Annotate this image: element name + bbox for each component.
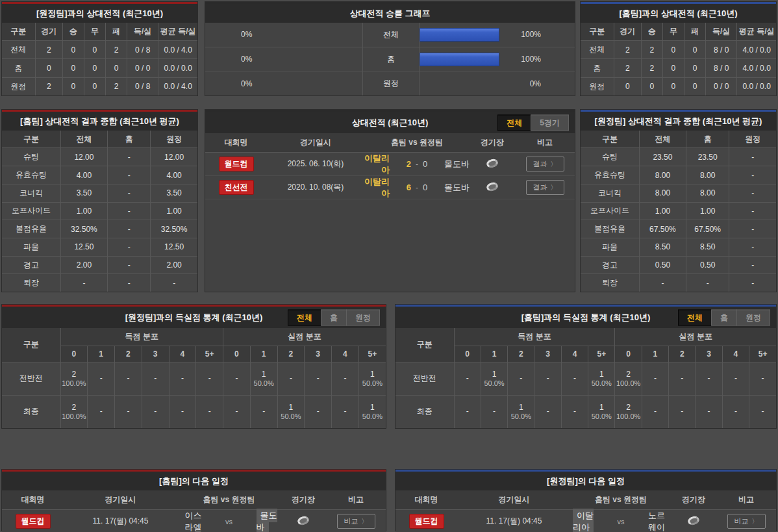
cell: 150.0% xyxy=(481,362,507,395)
row-label: 코너킥 xyxy=(2,184,60,202)
winrate-row: 0% 전체 100% xyxy=(205,23,575,47)
cell: 2.00 xyxy=(60,256,107,274)
scored-group-header: 득점 분포 xyxy=(454,328,615,346)
cell: 0 xyxy=(684,41,706,59)
column-header: 전체 xyxy=(60,131,107,148)
cell: 1.00 xyxy=(60,202,107,220)
row-label: 전반전 xyxy=(2,362,60,395)
home-score: 6 xyxy=(407,183,411,192)
bin-header: 3 xyxy=(534,346,561,362)
empty-area xyxy=(205,199,575,292)
away-result-summary-panel: [원정팀] 상대전적 결과 종합 (최근10년 평균) 구분 전체 홈 원정 슈… xyxy=(580,109,777,292)
bin-header: 2 xyxy=(115,346,142,362)
cell: 0 xyxy=(662,41,684,59)
tab-all[interactable]: 전체 xyxy=(288,309,321,325)
cell: 4.0 / 0.0 xyxy=(737,41,776,59)
cell: - xyxy=(729,256,776,274)
cell: 4.00 xyxy=(151,166,197,184)
match-row: 월드컵 2025. 06. 10(화) 이탈리아 2-0 몰도바 결과〉 xyxy=(205,153,575,176)
table-row: 코너킥 8.00 8.00 - xyxy=(581,184,776,202)
cell: 4.00 xyxy=(60,166,107,184)
tab-away[interactable]: 원정 xyxy=(736,309,770,325)
cell: - xyxy=(108,166,151,184)
compare-button[interactable]: 비교〉 xyxy=(337,514,375,529)
table-row: 유효슈팅 4.00 - 4.00 xyxy=(2,166,197,184)
tab-last5[interactable]: 5경기 xyxy=(531,114,569,131)
match-date: 11. 17(월) 04:45 xyxy=(457,516,571,527)
match-row: 친선전 2020. 10. 08(목) 이탈리아 6-0 몰도바 결과〉 xyxy=(205,176,575,199)
stadium-icon[interactable] xyxy=(686,514,700,526)
cell: - xyxy=(196,395,223,428)
chevron-right-icon: 〉 xyxy=(551,160,557,168)
column-header: 경기 xyxy=(35,23,62,41)
row-label: 파울 xyxy=(2,238,60,257)
tab-away[interactable]: 원정 xyxy=(346,309,380,325)
row-label: 최종 xyxy=(2,395,60,428)
compare-button[interactable]: 비교〉 xyxy=(727,514,766,529)
tab-home[interactable]: 홈 xyxy=(711,309,737,325)
column-header: 승 xyxy=(641,23,662,41)
cell: 8.00 xyxy=(639,184,686,202)
h2h-away-table: 구분 경기 승 무 패 득/실 평균 득/실 전체 2 0 0 2 xyxy=(2,23,197,95)
cell: 150.0% xyxy=(358,362,386,395)
away-team-name: 노르웨이 xyxy=(648,511,665,532)
panel-title: [원정팀] 상대전적 결과 종합 (최근10년 평균) xyxy=(581,112,776,131)
match-date: 2025. 06. 10(화) xyxy=(267,158,364,170)
result-button[interactable]: 결과〉 xyxy=(526,180,564,195)
result-button[interactable]: 결과〉 xyxy=(526,157,564,171)
cell: - xyxy=(108,202,151,220)
bin-header: 0 xyxy=(60,346,88,362)
away-team-name: 몰도바 xyxy=(257,509,277,532)
cell: 67.50% xyxy=(639,220,686,238)
cell: 32.50% xyxy=(151,220,197,238)
goal-distribution-table: 구분 득점 분포 실점 분포 0 1 2 3 4 5+ 0 1 2 xyxy=(2,328,386,428)
column-header: 경기일시 xyxy=(457,494,571,505)
row-label: 볼점유율 xyxy=(581,220,639,238)
cell: - xyxy=(332,395,359,428)
conceded-group-header: 실점 분포 xyxy=(223,328,386,346)
cell: 150.0% xyxy=(588,362,615,395)
match-list-header: 대회명 경기일시 홈팀 vs 원정팀 경기장 비고 xyxy=(205,133,575,153)
cell: 2 xyxy=(106,41,127,59)
stadium-icon[interactable] xyxy=(296,514,310,526)
cell: 3.50 xyxy=(60,184,107,202)
match-date: 11. 17(월) 04:45 xyxy=(64,516,177,527)
tab-all[interactable]: 전체 xyxy=(678,309,712,325)
tab-home[interactable]: 홈 xyxy=(321,309,347,325)
row-label: 오프사이드 xyxy=(2,202,60,220)
column-header: 경기 xyxy=(614,23,641,41)
table-row: 전체 2 0 0 2 0 / 8 0.0 / 4.0 xyxy=(2,41,197,59)
stadium-icon[interactable] xyxy=(485,181,499,192)
schedule-list: 대회명 경기일시 홈팀 vs 원정팀 경기장 비고 월드컵 11. 17(월) … xyxy=(395,490,776,532)
cell: 2 xyxy=(641,59,662,77)
cell: - xyxy=(508,362,534,395)
cell: - xyxy=(561,362,588,395)
bin-header: 0 xyxy=(223,346,251,362)
cell: - xyxy=(561,395,588,428)
bin-header: 3 xyxy=(696,346,722,362)
column-header: 대회명 xyxy=(205,137,267,148)
cell: 2 xyxy=(35,77,62,95)
tab-all[interactable]: 전체 xyxy=(497,114,531,131)
cell: 0.0 / 4.0 xyxy=(158,41,197,59)
stadium-icon[interactable] xyxy=(485,157,499,169)
h2h-match-list-panel: 상대전적 (최근10년) 전체 5경기 대회명 경기일시 홈팀 vs 원정팀 경… xyxy=(205,109,575,292)
row-label: 오프사이드 xyxy=(581,202,639,220)
cell: 0.0 / 4.0 xyxy=(158,77,197,95)
table-row: 코너킥 3.50 - 3.50 xyxy=(2,184,197,202)
cell: - xyxy=(115,362,142,395)
cell: - xyxy=(108,184,151,202)
column-header: 경기장 xyxy=(281,494,326,505)
column-header: 대회명 xyxy=(395,494,457,505)
cell: - xyxy=(60,274,107,292)
row-label: 원정 xyxy=(2,77,35,95)
cell: 0 / 0 xyxy=(706,77,737,95)
cell: 0 xyxy=(662,59,684,77)
home-team-name: 이스라엘 xyxy=(185,511,202,532)
h2h-stats-page: [원정팀]과의 상대전적 (최근10년) 구분 경기 승 무 패 득/실 평균 … xyxy=(0,0,778,532)
cell: 0 xyxy=(84,41,105,59)
winrate-graph: 0% 전체 100% 0% 홈 xyxy=(205,23,575,95)
row-label: 홈 xyxy=(2,59,35,77)
bin-header: 2 xyxy=(508,346,534,362)
bin-header: 0 xyxy=(454,346,481,362)
